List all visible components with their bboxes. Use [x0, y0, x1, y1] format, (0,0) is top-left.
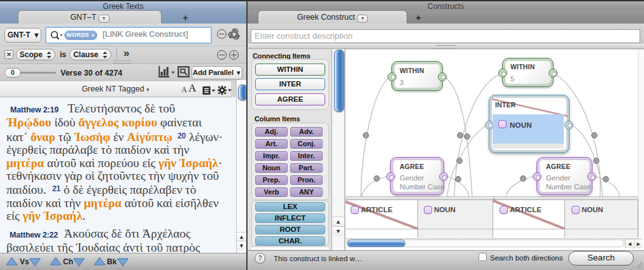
svg-text:Bk: Bk — [107, 257, 117, 266]
svg-text:Ch: Ch — [63, 257, 73, 266]
svg-text:Vs: Vs — [20, 257, 29, 266]
